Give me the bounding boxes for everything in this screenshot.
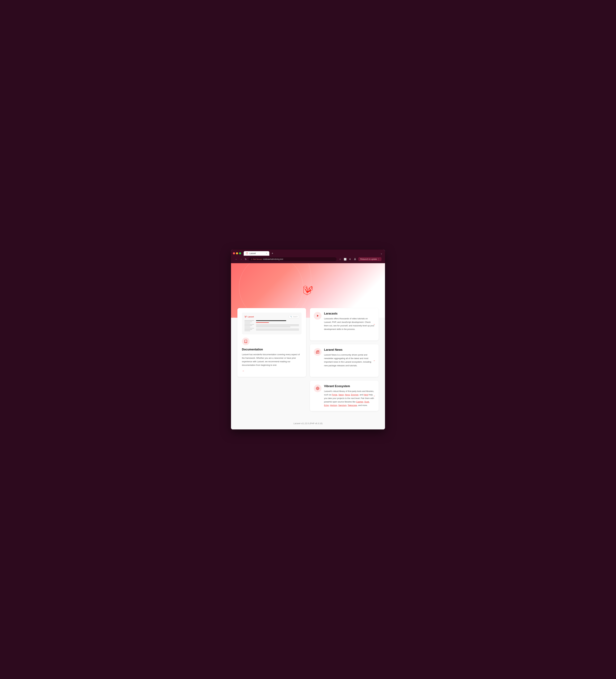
tab-title: Laravel xyxy=(249,252,265,255)
forge-link[interactable]: Forge xyxy=(332,393,337,396)
not-secure-label: Not Secure xyxy=(253,258,262,260)
laravel-news-card: Laravel News Laravel News is a community… xyxy=(310,344,378,377)
cashier-link[interactable]: Cashier xyxy=(356,400,363,403)
vibrant-title: Vibrant Ecosystem xyxy=(324,385,375,388)
laravel-news-description: Laravel News is a community driven porta… xyxy=(324,353,375,367)
laracasts-description: Laracasts offers thousands of video tuto… xyxy=(324,317,375,331)
mock-search-bar: 🔍 Search xyxy=(289,315,299,318)
new-tab-button[interactable]: + xyxy=(271,252,274,255)
url-text: noideawhatimdoing.test xyxy=(263,258,283,260)
address-bar[interactable]: ⚠ Not Secure noideawhatimdoing.test xyxy=(249,257,337,261)
horizon-link[interactable]: Horizon xyxy=(330,404,337,407)
laracasts-arrow[interactable]: → xyxy=(373,323,375,326)
doc-icon-circle xyxy=(242,337,250,345)
telescope-link[interactable]: Telescope xyxy=(348,404,357,407)
laracasts-title: Laracasts xyxy=(324,312,375,315)
mock-sidebar xyxy=(244,320,254,332)
not-secure-indicator: ⚠ Not Secure xyxy=(251,258,262,260)
laracasts-content: Laracasts Laracasts offers thousands of … xyxy=(324,312,375,331)
browser-window: Laravel × + ⌄ ← → ↻ ⚠ Not Secure noideaw… xyxy=(231,250,385,429)
herd-link[interactable]: Herd xyxy=(364,393,368,396)
tab-close-button[interactable]: × xyxy=(266,253,267,254)
mock-ui-preview: Laravel 🔍 Search xyxy=(242,313,302,334)
bookmark-icon[interactable]: ☆ xyxy=(338,257,342,261)
mock-para-line xyxy=(256,330,299,330)
laravel-news-content: Laravel News Laravel News is a community… xyxy=(324,348,375,367)
minimize-button[interactable] xyxy=(236,252,238,254)
tab-row: Laravel × + ⌄ xyxy=(233,251,383,256)
doc-card-description: Laravel has wonderful documentation cove… xyxy=(242,353,302,367)
main-content: Laravel 🔍 Search xyxy=(231,308,385,418)
toolbar-actions: ☆ ⬜ ⬇ Relaunch to update ⋮ xyxy=(338,257,381,262)
refresh-button[interactable]: ↻ xyxy=(244,257,247,261)
relaunch-label: Relaunch to update xyxy=(360,258,377,260)
footer-text: Laravel v11.22.0 (PHP v8.3.10) xyxy=(294,422,322,425)
tab-favicon xyxy=(246,252,248,255)
mock-para-line xyxy=(256,327,290,327)
close-button[interactable] xyxy=(233,252,235,254)
laravel-news-title: Laravel News xyxy=(324,348,375,352)
vapor-link[interactable]: Vapor xyxy=(338,393,344,396)
back-button[interactable]: ← xyxy=(235,257,238,261)
mock-para-line xyxy=(256,326,299,326)
extensions-icon[interactable]: ⬜ xyxy=(343,257,347,261)
mock-header: Laravel 🔍 Search xyxy=(244,315,299,318)
page-footer: Laravel v11.22.0 (PHP v8.3.10) xyxy=(231,417,385,429)
laravel-news-arrow[interactable]: → xyxy=(373,359,375,362)
vibrant-arrow[interactable]: → xyxy=(373,394,375,397)
forward-button[interactable]: → xyxy=(239,257,243,261)
documentation-card: Laravel 🔍 Search xyxy=(238,308,306,377)
mock-logo-text: Laravel xyxy=(248,316,254,318)
mock-accent-line xyxy=(256,322,269,323)
doc-card-arrow[interactable]: → xyxy=(242,369,302,373)
active-tab[interactable]: Laravel × xyxy=(244,251,269,256)
mock-para-line xyxy=(256,329,299,329)
relaunch-button[interactable]: Relaunch to update ⋮ xyxy=(358,257,381,261)
mock-search-text: Search xyxy=(293,316,298,318)
laravel-news-icon-circle xyxy=(314,348,321,356)
profile-icon[interactable] xyxy=(353,257,357,262)
mock-logo: Laravel xyxy=(244,316,254,318)
laracasts-card: Laracasts Laracasts offers thousands of … xyxy=(310,308,378,341)
sanctum-link[interactable]: Sanctum xyxy=(338,404,346,407)
laracasts-icon-circle xyxy=(314,312,321,320)
laravel-logo xyxy=(303,286,313,295)
mock-title-line xyxy=(256,320,286,321)
cards-grid: Laravel 🔍 Search xyxy=(238,308,378,411)
maximize-button[interactable] xyxy=(239,252,241,254)
title-bar: Laravel × + ⌄ ← → ↻ ⚠ Not Secure noideaw… xyxy=(231,250,385,263)
nova-link[interactable]: Nova xyxy=(345,393,350,396)
mock-para-line xyxy=(256,324,299,325)
envoyer-link[interactable]: Envoyer xyxy=(351,393,358,396)
mock-main-area xyxy=(256,320,299,332)
vibrant-ecosystem-card: Vibrant Ecosystem Laravel's robust libra… xyxy=(310,381,378,411)
dusk-link[interactable]: Dusk xyxy=(364,400,369,403)
mock-content xyxy=(244,320,299,332)
doc-card-title: Documentation xyxy=(242,348,302,351)
traffic-lights xyxy=(233,252,241,254)
echo-link[interactable]: Echo xyxy=(324,404,329,407)
svg-point-0 xyxy=(355,258,356,259)
relaunch-more-icon: ⋮ xyxy=(378,258,379,260)
vibrant-icon-circle xyxy=(314,385,321,392)
address-bar-row: ← → ↻ ⚠ Not Secure noideawhatimdoing.tes… xyxy=(233,256,383,263)
vibrant-content: Vibrant Ecosystem Laravel's robust libra… xyxy=(324,385,375,407)
dropdown-arrow[interactable]: ⌄ xyxy=(380,251,383,256)
warning-icon: ⚠ xyxy=(251,258,252,260)
page-content: Laravel 🔍 Search xyxy=(231,263,385,429)
vibrant-description: Laravel's robust library of first-party … xyxy=(324,389,375,407)
download-icon[interactable]: ⬇ xyxy=(348,257,351,261)
